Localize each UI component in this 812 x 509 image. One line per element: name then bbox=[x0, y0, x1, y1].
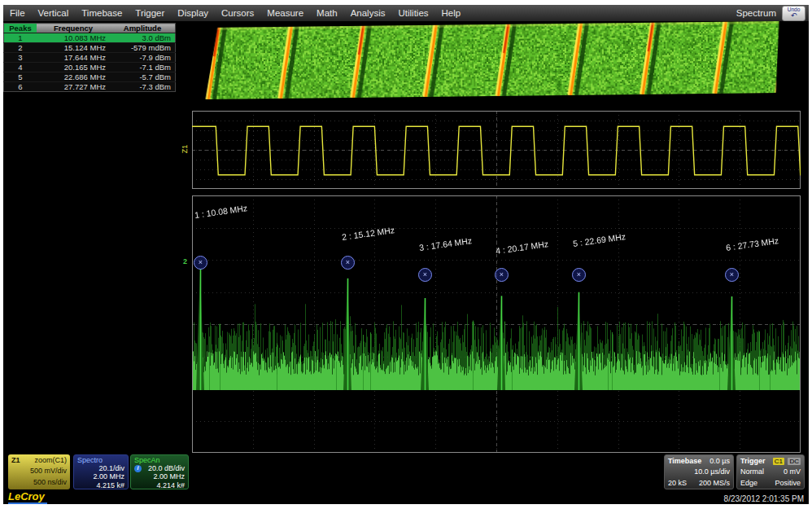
peak-marker-circle[interactable]: × bbox=[194, 256, 207, 270]
peaks-header: Peaks bbox=[4, 24, 37, 33]
timebase-label: Timebase bbox=[668, 456, 701, 467]
peak-amplitude: -5.7 dBm bbox=[110, 72, 176, 82]
trigger-mode: Normal bbox=[740, 467, 764, 477]
peak-amplitude: -7.3 dBm bbox=[110, 82, 176, 92]
specan-points: 4.214 k# bbox=[134, 481, 185, 489]
menu-file[interactable]: File bbox=[3, 8, 32, 18]
spectro-scale: 20.1/div bbox=[77, 464, 124, 472]
menu-math[interactable]: Math bbox=[310, 8, 344, 18]
peak-number: 4 bbox=[4, 63, 37, 72]
peak-marker-label: 1 : 10.08 MHz bbox=[194, 203, 247, 220]
peak-markers-layer: ×1 : 10.08 MHz×2 : 15.12 MHz×3 : 17.64 M… bbox=[192, 195, 801, 453]
peaks-table-row[interactable]: 1 10.083 MHz 3.0 dBm bbox=[4, 33, 176, 43]
peak-frequency: 27.727 MHz bbox=[37, 82, 110, 92]
peak-frequency: 10.083 MHz bbox=[37, 33, 110, 43]
peak-number: 5 bbox=[4, 72, 37, 82]
peak-number: 3 bbox=[4, 53, 37, 63]
specan-db-per-div: 20.0 dB/div bbox=[148, 464, 185, 472]
peak-marker-label: 4 : 20.17 MHz bbox=[495, 239, 548, 256]
peak-amplitude: -7.1 dBm bbox=[110, 63, 176, 72]
menu-help[interactable]: Help bbox=[435, 8, 468, 18]
z1-trace-label: Z1 bbox=[181, 145, 189, 154]
peak-marker-label: 5 : 22.69 MHz bbox=[572, 231, 626, 248]
timebase-offset: 0.0 µs bbox=[709, 456, 730, 467]
peak-number: 6 bbox=[4, 82, 37, 92]
mode-label: Spectrum bbox=[736, 8, 776, 18]
menu-vertical[interactable]: Vertical bbox=[32, 8, 76, 18]
frequency-header: Frequency bbox=[37, 24, 110, 33]
peak-marker-circle[interactable]: × bbox=[495, 268, 509, 282]
peak-amplitude: -7.9 dBm bbox=[110, 53, 176, 63]
trigger-coupling-badge: DC bbox=[788, 458, 801, 465]
peak-marker-circle[interactable]: × bbox=[418, 268, 432, 282]
scope-screen: File Vertical Timebase Trigger Display C… bbox=[3, 5, 809, 504]
spectrum-trace-label: 2 bbox=[183, 257, 187, 265]
peaks-table-row[interactable]: 2 15.124 MHz -579 mdBm bbox=[4, 43, 176, 53]
peak-frequency: 17.644 MHz bbox=[37, 53, 110, 63]
trigger-descriptor-box[interactable]: Trigger C1 DC Normal 0 mV Edge Positive bbox=[736, 454, 805, 489]
peak-frequency: 20.165 MHz bbox=[37, 63, 110, 72]
z1-time-per-div: 500 ns/div bbox=[11, 477, 67, 488]
menu-measure[interactable]: Measure bbox=[260, 8, 310, 18]
menu-utilities[interactable]: Utilities bbox=[391, 8, 434, 18]
spectro-descriptor-title: Spectro bbox=[77, 456, 103, 464]
peak-marker-label: 2 : 15.12 MHz bbox=[341, 225, 395, 242]
zoom-waveform-canvas bbox=[192, 111, 801, 189]
peak-marker-circle[interactable]: × bbox=[341, 256, 355, 270]
spectrogram-3d-canvas bbox=[205, 21, 780, 99]
peak-amplitude: 3.0 dBm bbox=[110, 33, 176, 43]
trigger-source-badge: C1 bbox=[773, 458, 784, 465]
peak-number: 2 bbox=[4, 43, 37, 53]
peaks-table-row[interactable]: 4 20.165 MHz -7.1 dBm bbox=[4, 63, 176, 72]
menu-trigger[interactable]: Trigger bbox=[129, 8, 171, 18]
peaks-table-header-row: Peaks Frequency Amplitude bbox=[4, 24, 176, 33]
timebase-samples: 20 kS bbox=[668, 478, 687, 489]
undo-icon: ↶ bbox=[791, 12, 797, 19]
peak-marker-circle[interactable]: × bbox=[725, 268, 739, 282]
menu-timebase[interactable]: Timebase bbox=[75, 8, 129, 18]
menu-cursors[interactable]: Cursors bbox=[215, 8, 260, 18]
z1-descriptor-subtitle: zoom(C1) bbox=[34, 455, 67, 466]
menu-display[interactable]: Display bbox=[171, 8, 215, 18]
trigger-level: 0 mV bbox=[784, 467, 801, 477]
peak-amplitude: -579 mdBm bbox=[110, 43, 176, 53]
peak-frequency: 22.686 MHz bbox=[37, 72, 110, 82]
amplitude-header: Amplitude bbox=[110, 24, 176, 33]
lecroy-logo: LeCroy bbox=[8, 491, 47, 504]
peaks-table-row[interactable]: 3 17.644 MHz -7.9 dBm bbox=[4, 53, 176, 63]
spectro-descriptor-box[interactable]: Spectro 20.1/div 2.00 MHz 4.215 k# bbox=[73, 454, 129, 489]
spectro-points: 4.215 k# bbox=[77, 481, 124, 489]
specan-descriptor-box[interactable]: SpecAn i 20.0 dB/div 2.00 MHz 4.214 k# bbox=[130, 454, 189, 489]
z1-volts-per-div: 500 mV/div bbox=[11, 466, 67, 476]
undo-button[interactable]: Undo ↶ bbox=[782, 6, 805, 21]
peak-marker-label: 3 : 17.64 MHz bbox=[418, 235, 472, 252]
peaks-table-row[interactable]: 6 27.727 MHz -7.3 dBm bbox=[4, 82, 176, 92]
peak-marker-label: 6 : 27.73 MHz bbox=[725, 235, 779, 252]
trigger-label: Trigger bbox=[740, 456, 766, 467]
peak-frequency: 15.124 MHz bbox=[37, 43, 110, 53]
timebase-rate: 200 MS/s bbox=[699, 478, 730, 489]
peaks-table: Peaks Frequency Amplitude 1 10.083 MHz 3… bbox=[3, 23, 176, 92]
specan-descriptor-title: SpecAn bbox=[134, 456, 160, 464]
z1-descriptor-title: Z1 bbox=[11, 455, 20, 466]
peaks-table-row[interactable]: 5 22.686 MHz -5.7 dBm bbox=[4, 72, 176, 82]
z1-descriptor-box[interactable]: Z1 zoom(C1) 500 mV/div 500 ns/div bbox=[8, 454, 70, 489]
peak-marker-circle[interactable]: × bbox=[572, 268, 586, 282]
trigger-slope: Positive bbox=[775, 478, 801, 489]
datetime-label: 8/23/2012 2:01:35 PM bbox=[724, 494, 804, 503]
trigger-type: Edge bbox=[740, 478, 757, 489]
peak-number: 1 bbox=[4, 33, 37, 43]
timebase-descriptor-box[interactable]: Timebase 0.0 µs 10.0 µs/div 20 kS 200 MS… bbox=[664, 454, 734, 489]
menu-bar: File Vertical Timebase Trigger Display C… bbox=[3, 5, 809, 21]
spectro-freq-per-div: 2.00 MHz bbox=[77, 472, 124, 480]
timebase-scale: 10.0 µs/div bbox=[668, 467, 730, 477]
specan-freq-per-div: 2.00 MHz bbox=[134, 472, 185, 480]
menu-analysis[interactable]: Analysis bbox=[344, 8, 392, 18]
info-icon: i bbox=[134, 465, 142, 472]
